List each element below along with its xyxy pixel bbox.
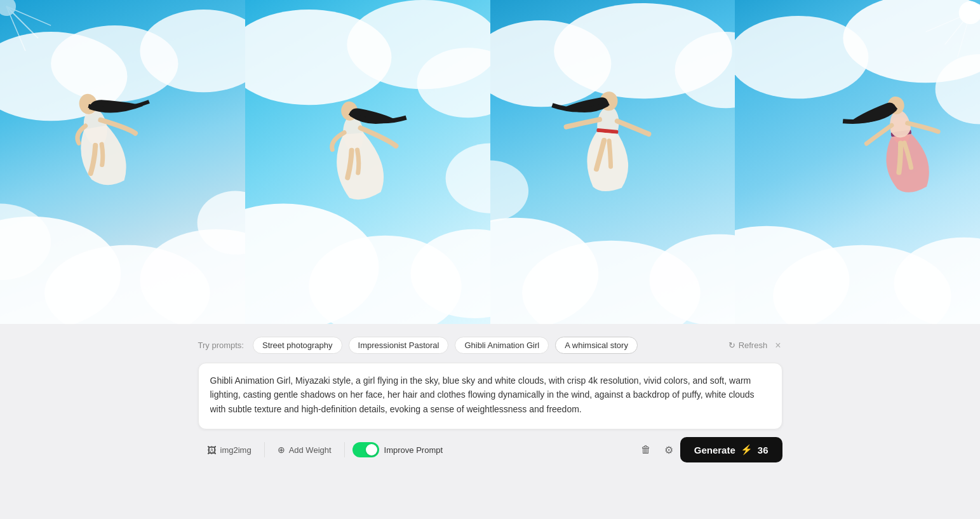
refresh-label: Refresh — [739, 340, 768, 350]
image-panel-2[interactable] — [245, 0, 490, 324]
prompts-bar: Try prompts: Street photography Impressi… — [198, 337, 782, 354]
controls-area: Try prompts: Street photography Impressi… — [0, 324, 980, 519]
img2img-label: img2img — [220, 445, 252, 455]
trash-button[interactable]: 🗑 — [634, 438, 657, 461]
generate-button[interactable]: Generate ⚡ 36 — [680, 437, 782, 462]
image-panel-4[interactable] — [735, 0, 980, 324]
generate-cost: 36 — [758, 445, 769, 455]
settings-button[interactable]: ⚙ — [657, 438, 680, 461]
improve-prompt-label: Improve Prompt — [384, 445, 443, 455]
close-button[interactable]: × — [774, 340, 782, 351]
toggle-knob — [366, 444, 377, 455]
chip-ghibli[interactable]: Ghibli Animation Girl — [455, 337, 549, 354]
img2img-icon: 🖼 — [207, 445, 217, 455]
img2img-button[interactable]: 🖼 img2img — [198, 440, 260, 461]
refresh-button[interactable]: ↻ Refresh — [728, 340, 768, 350]
chip-whimsical[interactable]: A whimsical story — [555, 337, 638, 354]
add-weight-label: Add Weight — [289, 445, 332, 455]
try-prompts-label: Try prompts: — [198, 340, 244, 350]
lightning-icon: ⚡ — [741, 444, 753, 455]
trash-icon: 🗑 — [641, 444, 651, 455]
image-panel-1[interactable] — [0, 0, 245, 324]
refresh-icon: ↻ — [728, 340, 735, 350]
improve-prompt-toggle[interactable] — [352, 442, 379, 457]
divider-2 — [344, 442, 345, 457]
divider-1 — [264, 442, 265, 457]
bottom-toolbar: 🖼 img2img ⊕ Add Weight Improve Prompt 🗑 … — [198, 437, 782, 462]
image-panel-3[interactable] — [490, 0, 735, 324]
chip-impressionist[interactable]: Impressionist Pastoral — [349, 337, 449, 354]
prompt-container — [198, 363, 782, 429]
improve-prompt-toggle-container: Improve Prompt — [352, 442, 443, 457]
settings-icon: ⚙ — [664, 444, 673, 456]
prompt-textarea[interactable] — [210, 374, 770, 416]
chip-street[interactable]: Street photography — [253, 337, 342, 354]
add-weight-icon: ⊕ — [278, 445, 285, 455]
image-gallery — [0, 0, 980, 324]
add-weight-button[interactable]: ⊕ Add Weight — [269, 440, 340, 460]
generate-label: Generate — [694, 445, 735, 455]
